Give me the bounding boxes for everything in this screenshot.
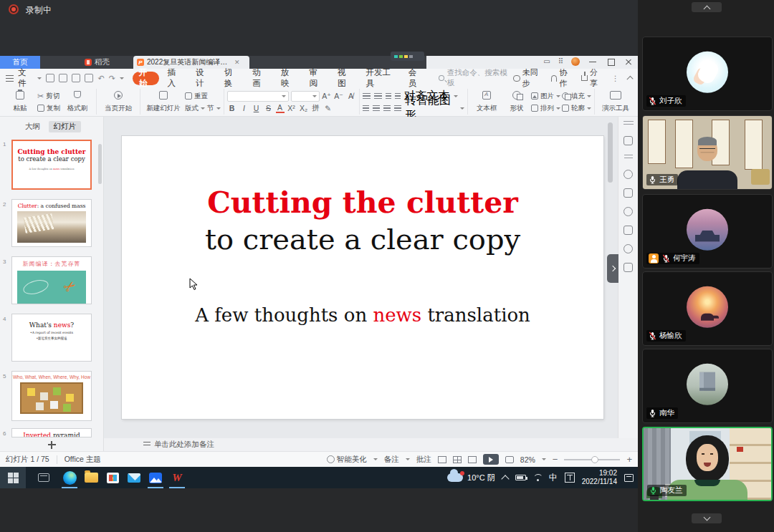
effects-icon[interactable] <box>624 170 633 179</box>
paste-button[interactable]: 粘贴 <box>4 89 36 115</box>
menu-animation[interactable]: 动画 <box>246 72 273 85</box>
share-button[interactable]: 分享 <box>581 67 603 89</box>
numbering-button[interactable] <box>374 93 382 100</box>
scroll-down-button[interactable] <box>692 513 722 523</box>
increase-indent-button[interactable] <box>395 93 401 100</box>
navigation-icon[interactable] <box>624 244 633 253</box>
font-size-select[interactable] <box>291 91 320 102</box>
print-icon[interactable] <box>72 74 80 82</box>
account-avatar[interactable] <box>571 57 580 66</box>
align-center-button[interactable] <box>373 105 380 112</box>
zoom-slider-knob[interactable] <box>591 456 598 463</box>
print-preview-icon[interactable] <box>85 74 93 82</box>
clear-format-button[interactable]: A̸ <box>346 92 356 100</box>
hamburger-menu-icon[interactable] <box>6 75 14 82</box>
format-painter-button[interactable]: 格式刷 <box>62 89 93 115</box>
output-icon[interactable] <box>59 74 67 82</box>
arrange-button[interactable]: 排列 <box>531 103 560 113</box>
align-right-button[interactable] <box>383 105 391 112</box>
menu-review[interactable]: 审阅 <box>302 72 330 85</box>
menu-devtools[interactable]: 开发工具 <box>360 72 401 85</box>
close-button[interactable] <box>624 58 634 66</box>
add-slide-icon[interactable] <box>47 440 57 450</box>
sync-status[interactable]: 未同步 <box>513 67 543 89</box>
properties-icon[interactable] <box>624 155 633 160</box>
new-slide-button[interactable]: 新建幻灯片 <box>143 89 183 115</box>
quickbar-caret-icon[interactable] <box>120 77 124 82</box>
menu-view[interactable]: 视图 <box>331 72 358 85</box>
slide-thumb-4[interactable]: What's news? •A report of recent events … <box>11 314 92 362</box>
grid-view-icon[interactable]: ⠿ <box>558 58 563 65</box>
slide-canvas[interactable]: Cutting the clutter to create a clear co… <box>104 117 618 438</box>
taskbar-wps[interactable]: W <box>166 467 188 488</box>
sorter-view-icon[interactable] <box>453 456 462 463</box>
tab-docer[interactable]: 稻壳 <box>80 56 133 69</box>
thumbnail-scrollbar[interactable] <box>98 144 102 184</box>
tab-outline[interactable]: 大纲 <box>22 121 43 132</box>
maximize-button[interactable] <box>606 58 616 66</box>
increase-font-button[interactable]: A⁺ <box>322 92 332 100</box>
network-icon[interactable] <box>533 474 542 481</box>
reference-book-icon[interactable] <box>624 263 633 272</box>
notes-button[interactable]: 备注 <box>384 455 399 465</box>
assistant-icon[interactable] <box>624 136 633 145</box>
slide-thumb-3[interactable]: 新闻编译：去芜存菁 <box>11 256 92 304</box>
taskbar-explorer[interactable] <box>80 467 102 488</box>
bold-button[interactable]: B <box>227 104 237 112</box>
participant-tile[interactable]: 刘子欣 <box>642 37 773 111</box>
scroll-up-button[interactable] <box>692 2 722 12</box>
taskbar-clock[interactable]: 19:02 2022/11/14 <box>582 469 617 487</box>
textbox-button[interactable]: 文本框 <box>471 89 502 115</box>
shapes-button[interactable]: 形状 <box>504 89 530 115</box>
minimize-button[interactable] <box>588 58 598 66</box>
file-menu[interactable]: 文件 <box>18 67 33 89</box>
panel-drag-icon[interactable] <box>624 121 634 127</box>
image-tools-icon[interactable] <box>624 226 633 235</box>
menu-transition[interactable]: 切换 <box>218 72 245 85</box>
more-options-icon[interactable]: ⋮ <box>612 74 619 82</box>
bullets-button[interactable] <box>363 93 371 100</box>
participant-tile[interactable]: 南华 <box>642 349 773 423</box>
menu-start[interactable]: 开始 <box>133 72 160 85</box>
reset-button[interactable]: 重置 <box>185 91 221 101</box>
participant-tile[interactable]: 何宇涛 <box>642 194 773 269</box>
start-button[interactable] <box>0 467 26 488</box>
italic-button[interactable]: I <box>239 104 249 112</box>
taskbar-store[interactable] <box>102 467 123 488</box>
comments-button[interactable]: 批注 <box>416 455 431 465</box>
decrease-indent-button[interactable] <box>386 93 391 100</box>
play-from-current-button[interactable]: 当页开始 <box>100 89 137 115</box>
canvas-scrollbar[interactable] <box>608 122 613 183</box>
action-center-icon[interactable] <box>624 474 634 482</box>
tray-expand-icon[interactable] <box>501 475 509 483</box>
presentation-tools-button[interactable]: 演示工具 <box>598 89 634 115</box>
weather-widget[interactable]: 10°C 阴 <box>447 473 495 483</box>
save-icon[interactable] <box>46 74 54 82</box>
section-button[interactable]: 节 <box>207 104 214 113</box>
zoom-level[interactable]: 82% <box>520 455 535 464</box>
picture-button[interactable]: 图片 <box>531 91 560 101</box>
align-left-button[interactable] <box>363 105 370 112</box>
new-tab-button[interactable] <box>255 58 264 67</box>
participant-tile[interactable]: 王勇 <box>642 115 773 190</box>
undo-icon[interactable]: ↶ <box>97 74 104 82</box>
justify-button[interactable] <box>394 105 401 112</box>
subscript-button[interactable]: X₂ <box>299 104 309 112</box>
theme-name[interactable]: Office 主题 <box>64 455 101 465</box>
strikethrough-button[interactable]: S <box>264 104 274 112</box>
redo-icon[interactable]: ↷ <box>109 74 115 82</box>
copy-button[interactable]: 复制 <box>37 103 60 113</box>
slide-thumb-6[interactable]: Inverted pyramid <box>11 428 92 437</box>
superscript-button[interactable]: X² <box>287 104 297 112</box>
help-icon[interactable] <box>624 207 633 216</box>
menu-member[interactable]: 会员 <box>402 72 429 85</box>
menu-insert[interactable]: 插入 <box>161 72 188 85</box>
decrease-font-button[interactable]: A⁻ <box>334 92 344 100</box>
slide-thumb-1[interactable]: Cutting the clutter to create a clear co… <box>11 140 92 190</box>
zoom-in-button[interactable]: + <box>626 455 632 464</box>
tab-close-icon[interactable]: ✕ <box>234 59 240 66</box>
layout-button[interactable]: 版式 <box>185 104 199 113</box>
participant-tile[interactable]: 杨愉欣 <box>642 271 773 346</box>
smart-beautify-button[interactable]: 智能美化 <box>327 455 367 465</box>
single-page-view-icon[interactable]: ▭ <box>543 58 550 65</box>
